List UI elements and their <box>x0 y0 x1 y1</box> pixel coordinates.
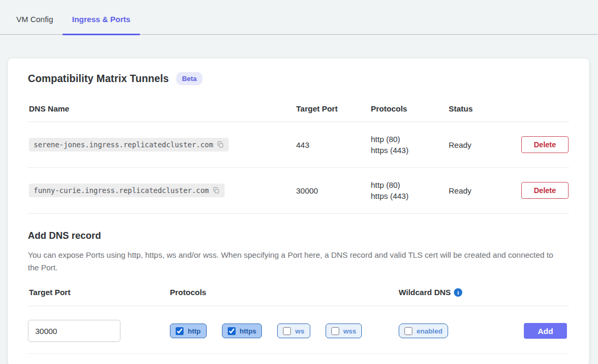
dns-name-pill: serene-jones.ingress.replicatedcluster.c… <box>29 138 229 151</box>
page-title: Compatibility Matrix Tunnels <box>28 73 169 85</box>
add-button[interactable]: Add <box>524 323 567 339</box>
col-header-status: Status <box>449 104 521 113</box>
copy-icon[interactable] <box>212 187 220 194</box>
col-header-dns-name: DNS Name <box>28 104 296 113</box>
tab-bar: VM Config Ingress & Ports <box>0 11 598 35</box>
protocol-checkbox-group: http https ws wss <box>170 323 399 338</box>
dns-name-text: funny-curie.ingress.replicatedcluster.co… <box>34 186 209 195</box>
enabled-checkbox[interactable] <box>404 327 412 335</box>
tunnels-table-header: DNS Name Target Port Protocols Status <box>28 97 569 122</box>
tab-ingress-ports[interactable]: Ingress & Ports <box>63 11 140 35</box>
status-value: Ready <box>449 186 521 195</box>
target-port-value: 30000 <box>296 186 371 195</box>
tunnels-card: Compatibility Matrix Tunnels Beta DNS Na… <box>7 58 590 364</box>
protocols-cell: http (80) https (443) <box>371 179 449 201</box>
table-row: serene-jones.ingress.replicatedcluster.c… <box>28 122 569 168</box>
protocol-checkbox-ws[interactable]: ws <box>277 323 310 338</box>
form-label-wildcard-dns: Wildcard DNS <box>399 288 451 297</box>
col-header-protocols: Protocols <box>371 104 449 113</box>
tab-vm-config[interactable]: VM Config <box>7 11 63 35</box>
protocol-checkbox-http[interactable]: http <box>170 323 207 338</box>
wss-checkbox[interactable] <box>331 327 339 335</box>
dns-name-pill: funny-curie.ingress.replicatedcluster.co… <box>29 184 225 197</box>
form-label-target-port: Target Port <box>28 288 170 297</box>
ws-checkbox[interactable] <box>283 327 291 335</box>
https-checkbox[interactable] <box>228 327 236 335</box>
add-dns-description: You can expose Ports using http, https, … <box>28 249 560 274</box>
add-dns-record-title: Add DNS record <box>28 230 569 241</box>
delete-button[interactable]: Delete <box>521 136 569 153</box>
table-row: funny-curie.ingress.replicatedcluster.co… <box>28 168 569 214</box>
protocols-cell: http (80) https (443) <box>371 134 449 156</box>
col-header-target-port: Target Port <box>296 104 371 113</box>
beta-badge: Beta <box>176 72 202 85</box>
card-header: Compatibility Matrix Tunnels Beta <box>28 72 569 85</box>
status-value: Ready <box>449 140 521 149</box>
info-icon[interactable]: i <box>454 288 462 297</box>
target-port-value: 443 <box>296 140 371 149</box>
delete-button[interactable]: Delete <box>521 182 569 199</box>
form-label-protocols: Protocols <box>170 288 399 297</box>
copy-icon[interactable] <box>217 141 224 148</box>
http-checkbox[interactable] <box>176 327 184 335</box>
protocol-checkbox-wss[interactable]: wss <box>326 323 362 338</box>
target-port-input[interactable] <box>28 320 120 342</box>
dns-name-text: serene-jones.ingress.replicatedcluster.c… <box>34 140 213 149</box>
protocol-checkbox-https[interactable]: https <box>222 323 262 338</box>
add-form-header: Target Port Protocols Wildcard DNS i <box>28 288 569 306</box>
add-form-row: http https ws wss enabled Add <box>28 306 569 354</box>
wildcard-enabled-checkbox[interactable]: enabled <box>399 323 448 338</box>
